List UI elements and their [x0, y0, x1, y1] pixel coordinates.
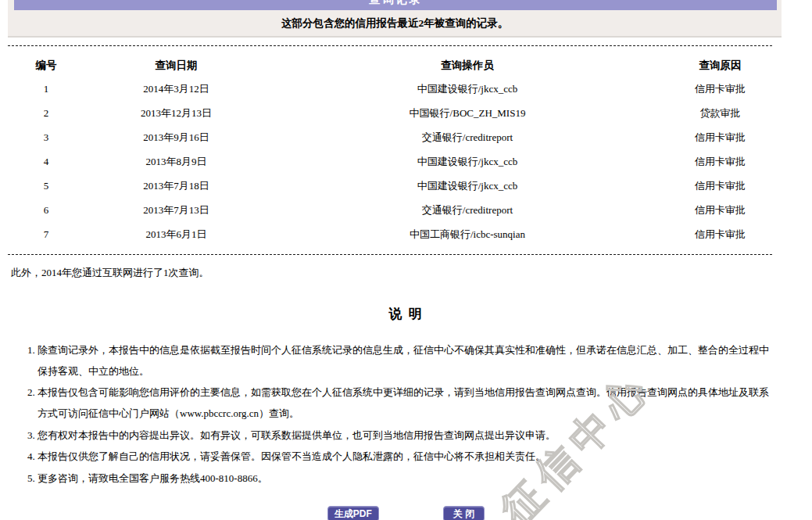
cell-query-reason: 信用卡审批 [667, 150, 774, 174]
note-item: 本报告仅包含可能影响您信用评价的主要信息，如需获取您在个人征信系统中更详细的记录… [38, 382, 778, 424]
cell-query-operator: 中国银行/BOC_ZH_MIS19 [268, 102, 667, 126]
dashed-separator-bottom [8, 254, 772, 255]
cell-query-operator: 中国建设银行/jkcx_ccb [268, 150, 667, 174]
note-item: 您有权对本报告中的内容提出异议。如有异议，可联系数据提供单位，也可到当地信用报告… [38, 425, 778, 446]
table-header-row: 编号 查询日期 查询操作员 查询原因 [8, 52, 774, 77]
action-buttons: 生成PDF 关 闭 [0, 506, 812, 520]
cell-query-reason: 信用卡审批 [667, 77, 774, 102]
table-row: 4 2013年8月9日 中国建设银行/jkcx_ccb 信用卡审批 [8, 150, 774, 174]
cell-query-date: 2013年7月13日 [84, 199, 268, 223]
cell-query-date: 2013年8月9日 [84, 150, 268, 174]
cell-query-operator: 中国建设银行/jkcx_ccb [268, 174, 667, 199]
note-item: 除查询记录外，本报告中的信息是依据截至报告时间个人征信系统记录的信息生成，征信中… [38, 340, 778, 382]
generate-pdf-button[interactable]: 生成PDF [327, 506, 379, 520]
cell-query-date: 2013年9月16日 [84, 126, 268, 150]
cell-query-operator: 交通银行/creditreport [268, 199, 667, 223]
section-header-panel: 查询记录 这部分包含您的信用报告最近2年被查询的记录。 [8, 0, 782, 38]
close-button[interactable]: 关 闭 [443, 506, 485, 520]
query-records-table: 编号 查询日期 查询操作员 查询原因 1 2014年3月12日 中国建设银行/j… [8, 52, 774, 247]
note-item: 本报告仅供您了解自己的信用状况，请妥善保管。因保管不当造成个人隐私泄露的，征信中… [38, 446, 778, 468]
cell-query-operator: 中国工商银行/icbc-sunqian [268, 223, 667, 247]
cell-number: 2 [8, 102, 84, 126]
col-header-query-operator: 查询操作员 [268, 52, 667, 77]
cell-number: 5 [8, 174, 84, 199]
cell-query-date: 2013年12月13日 [84, 102, 268, 126]
table-row: 5 2013年7月18日 中国建设银行/jkcx_ccb 信用卡审批 [8, 174, 774, 199]
section-title-bar: 查询记录 [14, 0, 777, 10]
notes-list: 除查询记录外，本报告中的信息是依据截至报告时间个人征信系统记录的信息生成，征信中… [0, 340, 778, 489]
table-row: 1 2014年3月12日 中国建设银行/jkcx_ccb 信用卡审批 [8, 77, 774, 102]
cell-number: 6 [8, 199, 84, 223]
table-row: 6 2013年7月13日 交通银行/creditreport 信用卡审批 [8, 199, 774, 223]
cell-query-operator: 交通银行/creditreport [268, 126, 667, 150]
cell-query-date: 2014年3月12日 [84, 77, 268, 102]
cell-query-reason: 信用卡审批 [667, 174, 774, 199]
table-row: 2 2013年12月13日 中国银行/BOC_ZH_MIS19 贷款审批 [8, 102, 774, 126]
col-header-query-reason: 查询原因 [667, 52, 774, 77]
cell-query-reason: 贷款审批 [667, 102, 774, 126]
internet-query-note: 此外，2014年您通过互联网进行了1次查询。 [11, 266, 812, 280]
dashed-separator-top [8, 45, 772, 46]
cell-query-reason: 信用卡审批 [667, 199, 774, 223]
note-item: 更多咨询，请致电全国客户服务热线400-810-8866。 [38, 468, 778, 490]
table-row: 7 2013年6月1日 中国工商银行/icbc-sunqian 信用卡审批 [8, 223, 774, 247]
cell-query-operator: 中国建设银行/jkcx_ccb [268, 77, 667, 102]
cell-number: 1 [8, 77, 84, 102]
page-title: 查询记录 [14, 0, 777, 7]
credit-report-query-records-page: 查询记录 这部分包含您的信用报告最近2年被查询的记录。 编号 查询日期 查询操作… [0, 0, 812, 520]
cell-number: 3 [8, 126, 84, 150]
cell-query-reason: 信用卡审批 [667, 126, 774, 150]
section-subtitle: 这部分包含您的信用报告最近2年被查询的记录。 [8, 10, 782, 36]
notes-heading: 说 明 [0, 305, 812, 323]
cell-query-date: 2013年7月18日 [84, 174, 268, 199]
col-header-number: 编号 [8, 52, 84, 77]
cell-number: 7 [8, 223, 84, 247]
table-row: 3 2013年9月16日 交通银行/creditreport 信用卡审批 [8, 126, 774, 150]
cell-query-date: 2013年6月1日 [84, 223, 268, 247]
cell-query-reason: 信用卡审批 [667, 223, 774, 247]
cell-number: 4 [8, 150, 84, 174]
col-header-query-date: 查询日期 [84, 52, 268, 77]
